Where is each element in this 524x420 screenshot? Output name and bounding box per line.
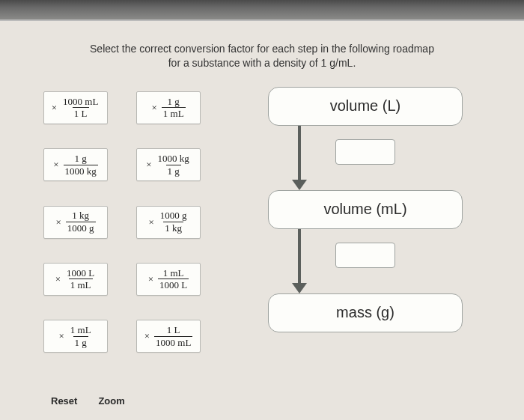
arrow-segment — [298, 126, 301, 180]
factor-tile[interactable]: ×1000 mL1 L — [43, 91, 108, 124]
factor-tile[interactable]: ×1000 kg1 g — [136, 148, 201, 181]
roadmap-diagram: volume (L) volume (mL) mass (g) — [223, 87, 503, 364]
factor-tile[interactable]: ×1 mL1000 L — [136, 263, 201, 296]
node-label: volume (L) — [330, 97, 400, 115]
photo-top-edge — [0, 0, 524, 21]
roadmap-node-mass-g: mass (g) — [268, 293, 463, 332]
factor-tile[interactable]: ×1000 L1 mL — [43, 263, 108, 296]
roadmap-node-volume-l: volume (L) — [268, 87, 463, 126]
instructions-line-2: for a substance with a density of 1 g/mL… — [168, 57, 356, 69]
footer-controls: Reset Zoom — [51, 395, 125, 407]
arrow-segment — [298, 229, 301, 283]
instructions-line-1: Select the correct conversion factor for… — [90, 43, 434, 55]
factor-tile[interactable]: ×1 g1 mL — [136, 91, 201, 124]
arrow-down-icon — [292, 180, 307, 190]
zoom-button[interactable]: Zoom — [98, 395, 124, 407]
instructions-text: Select the correct conversion factor for… — [43, 42, 481, 70]
conversion-drop-slot-2[interactable] — [335, 243, 395, 268]
conversion-drop-slot-1[interactable] — [335, 139, 395, 165]
factor-tile[interactable]: ×1000 g1 kg — [136, 206, 201, 239]
factor-tile[interactable]: ×1 L1000 mL — [136, 320, 201, 353]
conversion-factor-palette: ×1000 mL1 L ×1 g1 mL ×1 g1000 kg ×1000 k… — [43, 91, 201, 364]
reset-button[interactable]: Reset — [51, 395, 77, 407]
exercise-panel: Select the correct conversion factor for… — [13, 28, 511, 420]
arrow-down-icon — [292, 283, 307, 293]
node-label: volume (mL) — [323, 201, 406, 218]
factor-tile[interactable]: ×1 kg1000 g — [43, 206, 108, 239]
roadmap-node-volume-ml: volume (mL) — [268, 190, 463, 229]
factor-tile[interactable]: ×1 g1000 kg — [43, 148, 108, 181]
work-area: ×1000 mL1 L ×1 g1 mL ×1 g1000 kg ×1000 k… — [13, 84, 511, 364]
node-label: mass (g) — [336, 304, 394, 321]
factor-tile[interactable]: ×1 mL1 g — [43, 320, 108, 353]
